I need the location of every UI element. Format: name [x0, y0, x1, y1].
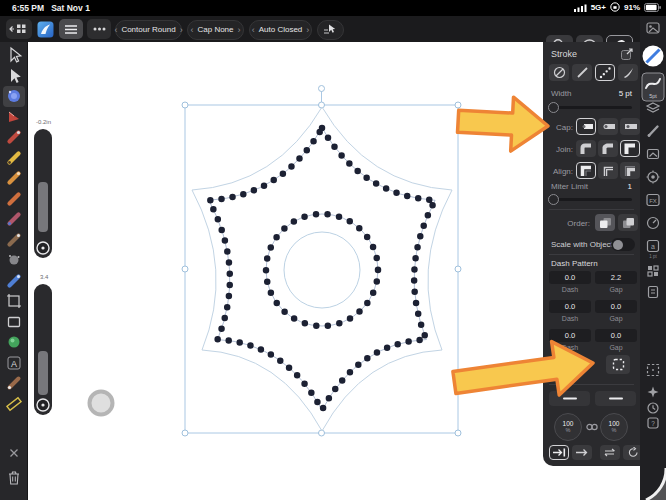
chevron-right-icon[interactable]: ›	[306, 25, 309, 35]
breadcrumb-cap[interactable]: ‹ Cap None ›	[187, 20, 244, 40]
join-round-button[interactable]	[576, 140, 596, 157]
join-bevel-button[interactable]	[598, 140, 618, 157]
cap-square-button[interactable]	[620, 118, 640, 135]
selection-handles[interactable]	[182, 102, 461, 436]
arrow-bar-icon	[553, 448, 566, 457]
brush-panel-icon[interactable]	[648, 127, 658, 137]
chevron-left-icon[interactable]: ‹	[114, 25, 117, 35]
artboard-select-icon[interactable]	[648, 365, 659, 376]
shape-tool[interactable]	[9, 337, 20, 348]
stroke-solid-button[interactable]	[572, 64, 592, 81]
order-stroke-front-button[interactable]	[595, 214, 615, 231]
dash-field-1[interactable]: 0.0	[549, 271, 591, 284]
close-icon[interactable]	[11, 450, 18, 457]
knife-tool[interactable]	[10, 131, 21, 142]
help-icon[interactable]: ?	[648, 418, 658, 428]
pointer-settings-button[interactable]	[317, 20, 344, 40]
text-tool[interactable]: A	[8, 357, 20, 369]
sparkle-icon[interactable]	[648, 387, 659, 398]
cap-round-button[interactable]	[598, 118, 618, 135]
end-marker-button[interactable]	[595, 391, 636, 406]
align-inside-button[interactable]	[576, 162, 596, 179]
trash-icon[interactable]	[9, 472, 19, 484]
selection-tool[interactable]	[11, 48, 21, 62]
join-miter-button[interactable]	[620, 140, 640, 157]
brush-tool[interactable]	[10, 172, 21, 183]
spray-tool[interactable]	[9, 255, 20, 265]
rotation-handle[interactable]	[319, 86, 325, 92]
arrow-button[interactable]	[572, 445, 592, 460]
start-marker-button[interactable]	[549, 391, 590, 406]
chevron-left-icon[interactable]: ‹	[190, 25, 193, 35]
badge-icon[interactable]	[647, 171, 660, 184]
width-slider-knob[interactable]	[548, 102, 559, 113]
app-logo[interactable]	[36, 19, 55, 39]
scale-with-object-toggle[interactable]	[611, 238, 635, 251]
start-marker-scale-dial[interactable]: 100 %	[554, 413, 582, 441]
arrow-to-end-button[interactable]	[549, 445, 569, 460]
rectangle-tool[interactable]	[9, 318, 20, 327]
ink-brush-tool[interactable]	[10, 275, 21, 286]
layers-cube-icon[interactable]	[647, 103, 659, 112]
airbrush-tool[interactable]	[8, 215, 19, 226]
gallery-back-button[interactable]	[6, 19, 32, 39]
width-slider-track[interactable]	[551, 106, 632, 109]
inner-circle-path[interactable]	[284, 232, 360, 308]
chevron-left-icon[interactable]: ‹	[252, 25, 255, 35]
target-icon[interactable]	[34, 239, 52, 257]
hud-slider-track[interactable]	[34, 129, 52, 258]
miter-slider-track[interactable]	[551, 198, 632, 201]
dash-field-2[interactable]: 0.0	[549, 300, 591, 313]
hud-slider-track[interactable]	[34, 284, 52, 415]
canvas[interactable]	[28, 42, 543, 500]
eyedropper-tool[interactable]	[8, 379, 19, 390]
breadcrumb-contour[interactable]: ‹ Contour Round ›	[115, 20, 182, 40]
chevron-right-icon[interactable]: ›	[180, 25, 183, 35]
stroke-dashed-button[interactable]	[595, 64, 615, 81]
text-style-icon[interactable]: a	[648, 241, 659, 252]
dotted-ring[interactable]	[266, 214, 378, 326]
dash-field-3[interactable]: 0.0	[549, 329, 591, 342]
template-doc-icon[interactable]	[649, 287, 658, 298]
fx-panel-icon[interactable]: FX	[647, 195, 659, 206]
more-button[interactable]	[87, 19, 111, 39]
history-clock-icon[interactable]	[648, 403, 658, 413]
gap-field-3[interactable]: 0.0	[595, 329, 637, 342]
dial-panel-icon[interactable]	[648, 218, 659, 229]
brush-preset-button[interactable]: 5pt	[642, 73, 664, 101]
corner-tool[interactable]	[9, 112, 19, 122]
swap-markers-button[interactable]	[600, 445, 620, 460]
align-outside-button[interactable]	[620, 162, 640, 179]
transform-tool[interactable]	[7, 294, 21, 308]
breadcrumb-closed[interactable]: ‹ Auto Closed ›	[249, 20, 312, 40]
node-tool-selected[interactable]	[3, 86, 25, 107]
hud-slider-thumb[interactable]	[38, 351, 48, 395]
pencil-tool[interactable]	[8, 154, 18, 164]
media-tab-icon[interactable]	[647, 23, 659, 33]
end-marker-scale-dial[interactable]: 100 %	[600, 413, 628, 441]
direct-selection-tool[interactable]	[11, 69, 21, 83]
chevron-right-icon[interactable]: ›	[238, 25, 241, 35]
cap-butt-button[interactable]	[576, 118, 596, 135]
swatch-grid-icon[interactable]	[648, 266, 658, 276]
align-center-button[interactable]	[598, 162, 618, 179]
stroke-brush-button[interactable]	[618, 64, 638, 81]
round-dash-toggle-button[interactable]	[606, 355, 630, 374]
gap-field-1[interactable]: 2.2	[595, 271, 637, 284]
menu-button[interactable]	[59, 19, 83, 39]
order-stroke-back-button[interactable]	[618, 214, 638, 231]
dotted-stitch-path[interactable]	[209, 128, 435, 410]
pen-tool[interactable]	[10, 234, 21, 245]
stroke-color-swatch[interactable]	[643, 46, 664, 67]
expand-icon[interactable]	[621, 48, 634, 60]
gap-field-2[interactable]: 0.0	[595, 300, 637, 313]
image-panel-icon[interactable]	[648, 150, 659, 159]
link-icon[interactable]	[586, 423, 598, 431]
stroke-none-button[interactable]	[549, 64, 569, 81]
target-icon[interactable]	[34, 396, 52, 414]
miter-slider-knob[interactable]	[548, 194, 559, 205]
hud-slider-thumb[interactable]	[38, 182, 48, 232]
marker-tool[interactable]	[10, 195, 19, 204]
touch-indicator	[90, 392, 113, 415]
ruler-tool[interactable]	[7, 398, 21, 411]
